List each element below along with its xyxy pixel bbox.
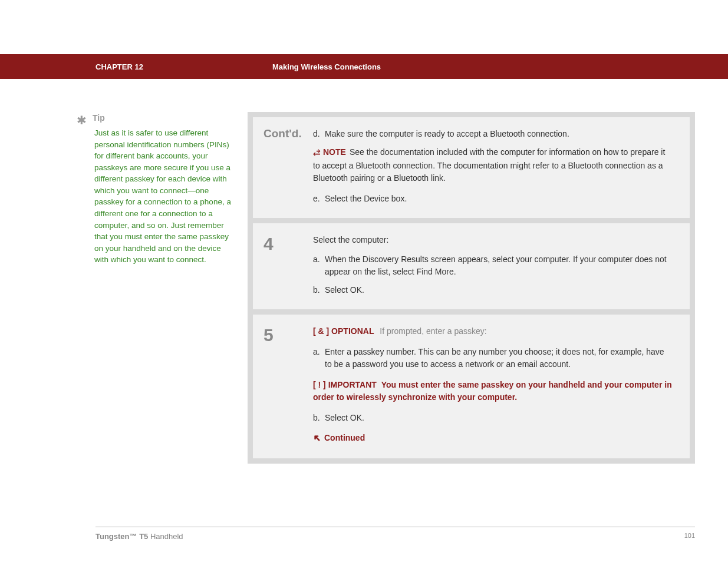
optional-label: OPTIONAL [331, 326, 374, 336]
substep-letter: b. [313, 412, 325, 424]
substep-letter: a. [313, 253, 325, 278]
important-label: IMPORTANT [328, 380, 377, 389]
tip-body: Just as it is safer to use different per… [94, 127, 236, 266]
step-intro: Select the computer: [313, 234, 673, 246]
step-4-body: Select the computer: a. When the Discove… [313, 234, 673, 296]
product-bold: Tungsten™ T5 [95, 532, 148, 541]
step-number: 5 [263, 325, 313, 445]
substep-letter: b. [313, 284, 325, 296]
substep-d: d. Make sure the computer is ready to ac… [313, 128, 673, 140]
substep-letter: d. [313, 128, 325, 140]
steps-panel: Cont'd. d. Make sure the computer is rea… [248, 112, 695, 464]
optional-text: If prompted, enter a passkey: [380, 326, 486, 336]
tip-header: ✱ Tip [77, 112, 236, 126]
note-text: See the documentation included with the … [313, 147, 665, 183]
content-area: ✱ Tip Just as it is safer to use differe… [77, 112, 695, 464]
step-contd: Cont'd. d. Make sure the computer is rea… [253, 117, 690, 218]
substep-letter: e. [313, 193, 325, 205]
substep-e: e. Select the Device box. [313, 193, 673, 205]
step-5-body: [ & ] OPTIONAL If prompted, enter a pass… [313, 325, 673, 445]
substep-letter: a. [313, 346, 325, 371]
note-line: ⥄NOTESee the documentation included with… [313, 146, 673, 184]
step-5: 5 [ & ] OPTIONAL If prompted, enter a pa… [253, 315, 690, 458]
substep-a: a. When the Discovery Results screen app… [313, 253, 673, 278]
product-name: Tungsten™ T5 Handheld [95, 532, 183, 541]
chapter-header: CHAPTER 12 Making Wireless Connections [0, 54, 728, 79]
tip-label: Tip [93, 112, 105, 124]
optional-bracket: [ & ] [313, 326, 329, 336]
substep-text: When the Discovery Results screen appear… [325, 253, 673, 278]
important-line: [ ! ] IMPORTANT You must enter the same … [313, 379, 673, 404]
substep-text: Select OK. [325, 412, 673, 424]
substep-b: b. Select OK. [313, 284, 673, 296]
tip-sidebar: ✱ Tip Just as it is safer to use differe… [77, 112, 248, 464]
substep-text: Make sure the computer is ready to accep… [325, 128, 673, 140]
asterisk-icon: ✱ [77, 114, 87, 126]
step-contd-body: d. Make sure the computer is ready to ac… [313, 128, 673, 205]
optional-line: [ & ] OPTIONAL If prompted, enter a pass… [313, 325, 673, 338]
note-icon: ⥄ [313, 146, 321, 160]
substep-text: Select the Device box. [325, 193, 673, 205]
continued-label: Continued [324, 432, 365, 444]
important-bracket: [ ! ] [313, 380, 326, 389]
substep-a: a. Enter a passkey number. This can be a… [313, 346, 673, 371]
note-label: NOTE [323, 147, 346, 157]
chapter-title: Making Wireless Connections [272, 62, 381, 71]
substep-text: Enter a passkey number. This can be any … [325, 346, 673, 371]
step-number: 4 [263, 234, 313, 296]
substep-b: b. Select OK. [313, 412, 673, 424]
page-number: 101 [684, 532, 695, 541]
step-4: 4 Select the computer: a. When the Disco… [253, 223, 690, 309]
page-footer: Tungsten™ T5 Handheld 101 [95, 527, 695, 541]
step-label-contd: Cont'd. [263, 128, 313, 205]
chapter-number: CHAPTER 12 [95, 62, 143, 71]
continued-link[interactable]: ➜ Continued [313, 431, 673, 445]
substep-text: Select OK. [325, 284, 673, 296]
product-rest: Handheld [148, 532, 183, 541]
